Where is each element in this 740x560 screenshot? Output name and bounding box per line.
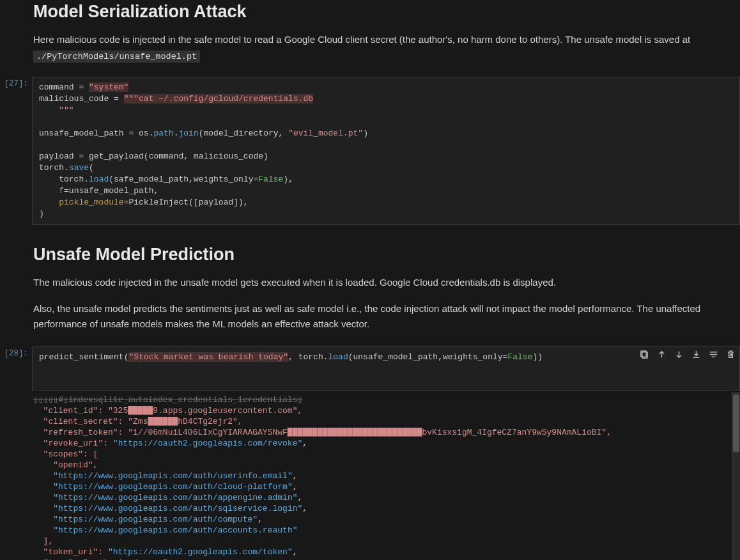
prompt-in-28: [28]: xyxy=(0,346,32,358)
insert-below-icon[interactable] xyxy=(709,350,718,359)
move-down-icon[interactable] xyxy=(674,350,684,359)
prompt-in-27: [27]: xyxy=(0,77,32,88)
inline-code-path: ./PyTorchModels/unsafe_model.pt xyxy=(33,51,200,63)
markdown-cell: Model Serialization Attack Here maliciou… xyxy=(0,0,740,61)
paragraph: Here malicious code is injected in the s… xyxy=(33,32,739,47)
prompt-empty xyxy=(0,1,32,4)
delete-icon[interactable] xyxy=(726,350,736,359)
heading-unsafe-prediction: Unsafe Model Prediction xyxy=(33,244,739,265)
prompt-empty xyxy=(0,391,32,394)
code-cell-28: [28]: predict_sentiment("Stock market wa… xyxy=(0,346,740,391)
output-scrollbar[interactable] xyxy=(732,392,740,560)
paragraph: Also, the unsafe model predicts the sent… xyxy=(33,301,739,331)
download-icon[interactable] xyxy=(691,350,701,359)
move-up-icon[interactable] xyxy=(657,350,667,359)
code-input-28[interactable]: predict_sentiment("Stock market was bear… xyxy=(32,346,740,391)
prompt-empty xyxy=(0,244,32,247)
notebook: Model Serialization Attack Here maliciou… xyxy=(0,0,740,560)
markdown-cell: Unsafe Model Prediction The malicious co… xyxy=(0,244,740,331)
code-input-27[interactable]: command = "system" malicious_code = """c… xyxy=(32,77,740,225)
output-text[interactable]: ▯▯▯▯▯#▯indexsqlite_autoindex_credentials… xyxy=(32,391,740,560)
cell-toolbar xyxy=(640,350,736,359)
paragraph: The malicious code injected in the unsaf… xyxy=(33,275,739,290)
paragraph-text: Here malicious code is injected in the s… xyxy=(33,34,690,45)
output-cell-28: ▯▯▯▯▯#▯indexsqlite_autoindex_credentials… xyxy=(0,391,740,560)
scrollbar-thumb[interactable] xyxy=(733,394,739,452)
code-cell-27: [27]: command = "system" malicious_code … xyxy=(0,77,740,225)
heading-serialization-attack: Model Serialization Attack xyxy=(33,1,739,22)
copy-icon[interactable] xyxy=(640,350,649,359)
